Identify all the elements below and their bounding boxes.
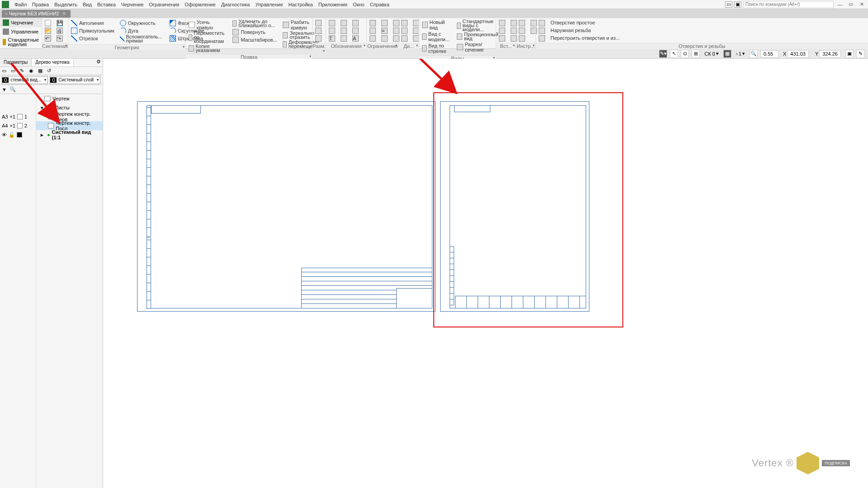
gear-icon[interactable]: ⚙ (95, 59, 103, 66)
ins-2[interactable] (497, 27, 507, 34)
autoline-button[interactable]: Автолиния (69, 19, 116, 27)
constr-3[interactable] (368, 34, 378, 42)
print-button[interactable]: 🖨 (55, 27, 65, 34)
menu-insert[interactable]: Вставка (95, 1, 119, 8)
diag-1[interactable] (399, 19, 409, 27)
sb-end2-icon[interactable]: ✎ (856, 50, 864, 58)
chk3[interactable] (17, 132, 22, 137)
constr-5[interactable]: = (379, 27, 389, 34)
new-doc-button[interactable] (43, 19, 53, 27)
auxline-button[interactable]: Вспомогатель... прямая (118, 34, 166, 43)
tab-title: Чертеж БЕЗ ИМЕНИ2 (9, 11, 59, 16)
menu-view[interactable]: Вид (80, 1, 95, 8)
constr-1[interactable] (368, 19, 378, 27)
layout-icon[interactable]: ▭ (725, 1, 732, 8)
mark-5[interactable] (339, 27, 349, 34)
save-button[interactable]: 💾 (55, 19, 65, 27)
mark-6[interactable] (339, 34, 349, 42)
menu-drawing[interactable]: Черчение (119, 1, 147, 8)
mark-7[interactable] (351, 19, 360, 27)
section-button[interactable]: Разрез/сечение (455, 41, 501, 53)
dim-btn2[interactable] (313, 27, 323, 34)
sb-layer-icon[interactable]: ▦ (723, 50, 731, 58)
mark-4[interactable] (339, 19, 349, 27)
diag-2[interactable] (399, 27, 409, 34)
simple-hole-button[interactable]: Отверстие простое (549, 19, 621, 27)
document-tab[interactable]: ▫ Чертеж БЕЗ ИМЕНИ2 ✕ (2, 10, 71, 18)
move-coord-button[interactable]: Переместить по координатам (187, 31, 229, 44)
scale-button[interactable]: Масштабиров... (231, 36, 279, 43)
constr-2[interactable] (368, 27, 378, 34)
arrow-view-button[interactable]: Вид по стрелке (420, 43, 453, 54)
tool-1[interactable] (517, 19, 527, 27)
proj-view-button[interactable]: Проекционный вид (455, 32, 501, 41)
segment-button[interactable]: Отрезок (69, 34, 116, 42)
arc-button[interactable]: Дуга (118, 27, 166, 34)
open-button[interactable]: 📂 (43, 27, 53, 34)
mark-9[interactable]: A (351, 34, 360, 42)
tool-3[interactable] (517, 34, 527, 42)
constr-4[interactable] (379, 19, 389, 27)
hole-1[interactable] (537, 19, 547, 27)
trim-button[interactable]: Усечь кривую (187, 19, 229, 31)
mode-std[interactable]: Стандартные изделия (0, 36, 42, 48)
menu-design[interactable]: Оформление (182, 1, 218, 8)
sb-osnap-icon[interactable]: ⊙ (681, 50, 689, 58)
eye-icon[interactable]: 👁 (2, 132, 7, 137)
hole-2[interactable] (537, 27, 547, 34)
diag-3[interactable] (399, 34, 409, 42)
sb-end1-icon[interactable]: ▣ (845, 50, 854, 58)
command-search-input[interactable] (743, 1, 834, 8)
tab-close-icon[interactable]: ✕ (61, 11, 67, 17)
std-views-button[interactable]: Стандартные виды с модели... (455, 19, 501, 32)
close-button[interactable]: ✕ (857, 1, 866, 8)
menu-file[interactable]: Файл (12, 1, 29, 8)
sb-grid-icon[interactable]: ⊞ (692, 50, 700, 58)
constr-6[interactable] (379, 34, 389, 42)
sb-pen-icon[interactable]: ✎▾ (659, 50, 667, 58)
rect-button[interactable]: Прямоугольник (69, 27, 116, 34)
menu-help[interactable]: Справка (367, 1, 392, 8)
panel-icon[interactable]: ▣ (734, 1, 741, 8)
circle-button[interactable]: Окружность (118, 19, 166, 27)
copy-button[interactable]: Копия указанием (187, 44, 229, 53)
menu-settings[interactable]: Настройка (286, 1, 316, 8)
extend-button[interactable]: Удлинить до ближайшего о... (231, 19, 279, 28)
zoom-value[interactable]: 0.55 (760, 50, 778, 57)
new-view-button[interactable]: Новый вид (420, 19, 453, 31)
dim-btn3[interactable] (313, 34, 323, 42)
zoom-icon[interactable]: 🔍 (749, 50, 758, 58)
mark-8[interactable] (351, 27, 360, 34)
ins-1[interactable] (497, 19, 507, 27)
undo-button[interactable]: ↶ (43, 34, 53, 42)
mode-drawing[interactable]: Черчение (0, 18, 42, 27)
dim-btn1[interactable] (313, 19, 323, 27)
menu-window[interactable]: Окно (350, 1, 367, 8)
model-view-button[interactable]: Вид с модели... (420, 31, 453, 43)
menu-edit[interactable]: Правка (29, 1, 52, 8)
minimize-button[interactable]: — (835, 1, 844, 8)
sb-cursor-icon[interactable]: ↖ (670, 50, 678, 58)
hole-3[interactable] (537, 34, 547, 42)
thread-button[interactable]: Наружная резьба (549, 27, 621, 34)
lock-icon[interactable]: 🔓 (9, 132, 15, 138)
redo-button[interactable]: ↷ (55, 34, 65, 42)
mark-3[interactable]: T (327, 34, 337, 42)
maximize-button[interactable]: ▭ (846, 1, 855, 8)
ins-3[interactable] (497, 34, 507, 42)
filter-icon[interactable]: ▼ (2, 87, 7, 92)
menu-apps[interactable]: Приложения (316, 1, 350, 8)
cs-dropdown[interactable]: СК 0 ▾ (702, 51, 721, 57)
rebuild-button[interactable]: Перестроить отверстия и из... (549, 34, 621, 42)
menu-manage[interactable]: Управление (252, 1, 285, 8)
mark-2[interactable] (327, 27, 337, 34)
menu-select[interactable]: Выделить (52, 1, 80, 8)
mark-1[interactable] (327, 19, 337, 27)
tool-2[interactable] (517, 27, 527, 34)
menu-diag[interactable]: Диагностика (218, 1, 253, 8)
sheet-dropdown[interactable]: ▫ 1 ▾ (734, 51, 747, 57)
rotate-button[interactable]: Повернуть (231, 28, 279, 36)
mode-manage[interactable]: Управление (0, 27, 42, 36)
menu-constraints[interactable]: Ограничения (146, 1, 182, 8)
drawing-canvas[interactable]: Vertex ® ПОДПИСКА (103, 59, 868, 488)
